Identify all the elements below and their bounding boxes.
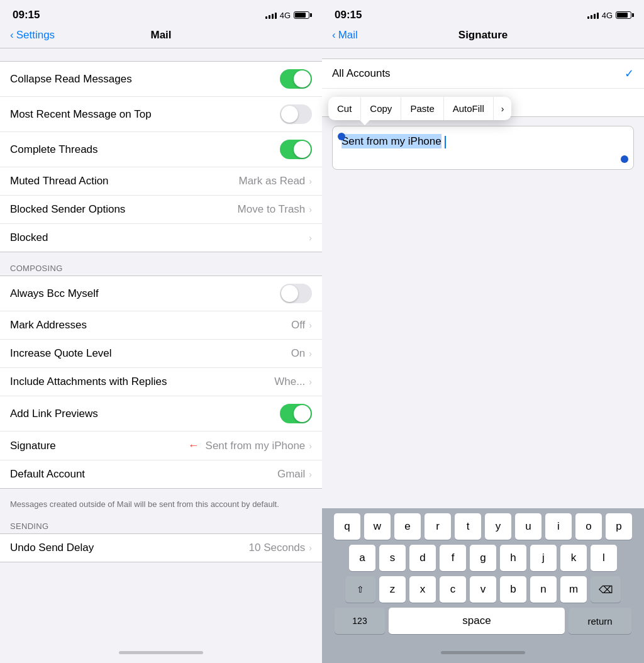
key-j[interactable]: j	[530, 545, 557, 571]
back-chevron-icon: ‹	[332, 29, 336, 42]
keyboard-row-2: a s d f g h j k l	[325, 545, 641, 571]
back-to-mail[interactable]: ‹ Mail	[332, 29, 358, 42]
context-menu-tail	[360, 120, 370, 125]
most-recent-toggle[interactable]	[280, 104, 312, 124]
default-account-label: Default Account	[10, 468, 85, 481]
chevron-icon: ›	[309, 543, 312, 553]
add-link-previews-row: Add Link Previews	[0, 396, 322, 432]
back-label: Mail	[338, 29, 358, 42]
more-button[interactable]: ›	[494, 98, 512, 120]
complete-threads-row: Complete Threads	[0, 132, 322, 167]
chevron-icon: ›	[309, 320, 312, 330]
autofill-button[interactable]: AutoFill	[444, 97, 494, 120]
key-r[interactable]: r	[425, 513, 451, 540]
key-x[interactable]: x	[409, 576, 436, 603]
chevron-icon: ›	[309, 204, 312, 214]
scroll-content-left: Collapse Read Messages Most Recent Messa…	[0, 48, 322, 642]
composing-group: Always Bcc Myself Mark Addresses Off › I…	[0, 276, 322, 489]
red-arrow-icon: ←	[188, 439, 199, 452]
page-title-right: Signature	[458, 29, 508, 42]
mark-addresses-label: Mark Addresses	[10, 319, 87, 332]
keyboard-row-4: 123 space return	[325, 608, 641, 634]
key-v[interactable]: v	[470, 576, 496, 603]
key-y[interactable]: y	[485, 513, 511, 540]
blocked-row[interactable]: Blocked ›	[0, 224, 322, 252]
key-w[interactable]: w	[364, 513, 391, 540]
all-accounts-option[interactable]: All Accounts ✓	[322, 59, 644, 89]
signature-value: ← Sent from my iPhone ›	[188, 439, 312, 452]
status-icons-left: 4G	[265, 11, 309, 20]
chevron-icon: ›	[309, 348, 312, 359]
space-key[interactable]: space	[389, 608, 565, 634]
numbers-key[interactable]: 123	[335, 608, 385, 634]
undo-send-row[interactable]: Undo Send Delay 10 Seconds ›	[0, 534, 322, 562]
backspace-key[interactable]: ⌫	[591, 576, 621, 603]
key-d[interactable]: d	[409, 545, 436, 571]
key-l[interactable]: l	[591, 545, 617, 571]
blocked-value: ›	[309, 233, 312, 243]
key-u[interactable]: u	[515, 513, 541, 540]
return-key[interactable]: return	[569, 608, 631, 634]
undo-send-label: Undo Send Delay	[10, 542, 94, 554]
home-indicator-left	[0, 642, 322, 663]
complete-threads-toggle[interactable]	[280, 140, 312, 159]
key-n[interactable]: n	[530, 576, 557, 603]
include-attachments-row[interactable]: Include Attachments with Replies Whe... …	[0, 368, 322, 396]
key-i[interactable]: i	[545, 513, 572, 540]
cut-button[interactable]: Cut	[328, 97, 361, 120]
key-t[interactable]: t	[455, 513, 481, 540]
home-indicator-right	[322, 642, 644, 663]
include-attachments-label: Include Attachments with Replies	[10, 376, 167, 388]
collapse-read-toggle[interactable]	[280, 69, 312, 89]
collapse-read-label: Collapse Read Messages	[10, 73, 132, 86]
key-o[interactable]: o	[575, 513, 602, 540]
mark-addresses-value: Off ›	[291, 319, 312, 332]
signature-area-container: Cut Copy Paste AutoFill › Sent from my i…	[332, 126, 634, 170]
page-title-left: Mail	[150, 29, 171, 42]
blocked-sender-value: Move to Trash ›	[238, 203, 312, 216]
shift-key[interactable]: ⇧	[345, 576, 375, 603]
key-b[interactable]: b	[500, 576, 526, 603]
text-cursor	[445, 136, 446, 148]
key-a[interactable]: a	[349, 545, 375, 571]
key-g[interactable]: g	[470, 545, 496, 571]
always-bcc-toggle[interactable]	[280, 284, 312, 303]
all-accounts-label: All Accounts	[332, 67, 391, 80]
key-p[interactable]: p	[606, 513, 632, 540]
threading-group: Collapse Read Messages Most Recent Messa…	[0, 61, 322, 252]
chevron-icon: ›	[309, 441, 312, 451]
add-link-previews-toggle[interactable]	[280, 404, 312, 423]
keyboard: q w e r t y u i o p a s d f g h j k l ⇧ …	[322, 508, 644, 642]
signature-text-field[interactable]: Sent from my iPhone	[332, 126, 634, 170]
muted-thread-label: Muted Thread Action	[10, 175, 109, 187]
left-panel: 09:15 4G ‹ Settings Mail Collapse Read	[0, 0, 322, 663]
key-s[interactable]: s	[379, 545, 406, 571]
blocked-sender-row[interactable]: Blocked Sender Options Move to Trash ›	[0, 196, 322, 224]
signal-icon	[587, 11, 599, 19]
key-q[interactable]: q	[334, 513, 360, 540]
default-account-row[interactable]: Default Account Gmail ›	[0, 460, 322, 488]
selection-handle-left[interactable]	[338, 133, 345, 140]
increase-quote-row[interactable]: Increase Quote Level On ›	[0, 340, 322, 368]
key-c[interactable]: c	[440, 576, 466, 603]
include-attachments-value: Whe... ›	[274, 376, 312, 388]
key-f[interactable]: f	[440, 545, 466, 571]
key-z[interactable]: z	[379, 576, 406, 603]
chevron-icon: ›	[309, 377, 312, 387]
selection-handle-right[interactable]	[621, 155, 628, 163]
copy-button[interactable]: Copy	[361, 97, 401, 120]
muted-thread-row[interactable]: Muted Thread Action Mark as Read ›	[0, 167, 322, 196]
paste-button[interactable]: Paste	[401, 97, 443, 120]
mark-addresses-row[interactable]: Mark Addresses Off ›	[0, 311, 322, 340]
key-k[interactable]: k	[560, 545, 587, 571]
undo-send-value: 10 Seconds ›	[249, 542, 312, 554]
key-h[interactable]: h	[500, 545, 526, 571]
muted-thread-value: Mark as Read ›	[239, 175, 313, 187]
key-e[interactable]: e	[394, 513, 421, 540]
back-to-settings[interactable]: ‹ Settings	[10, 29, 55, 42]
nav-bar-right: ‹ Mail Signature	[322, 24, 644, 48]
signature-row[interactable]: Signature ← Sent from my iPhone ›	[0, 432, 322, 460]
blocked-label: Blocked	[10, 231, 48, 244]
key-m[interactable]: m	[560, 576, 587, 603]
most-recent-label: Most Recent Message on Top	[10, 108, 152, 121]
